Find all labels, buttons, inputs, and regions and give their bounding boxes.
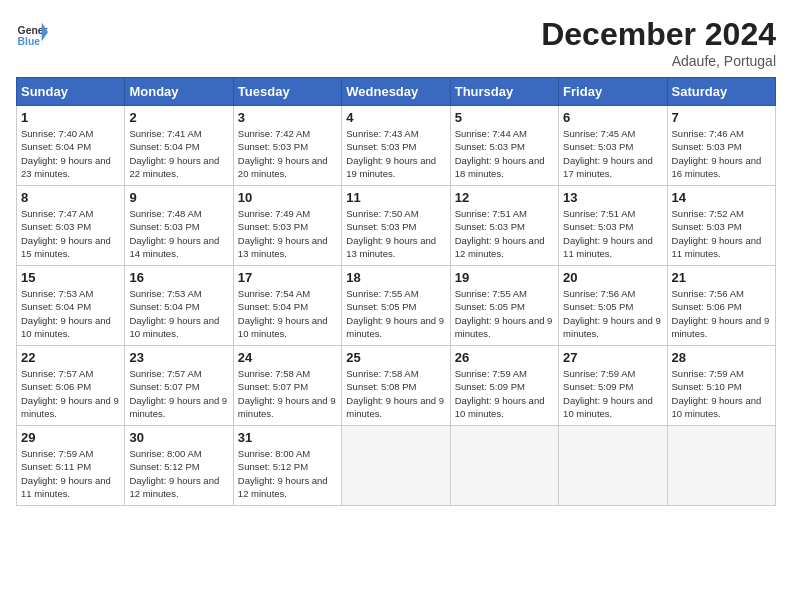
- day-number: 5: [455, 110, 554, 125]
- day-info: Sunrise: 8:00 AM Sunset: 5:12 PM Dayligh…: [238, 447, 337, 500]
- day-info: Sunrise: 7:56 AM Sunset: 5:06 PM Dayligh…: [672, 287, 771, 340]
- day-info: Sunrise: 7:53 AM Sunset: 5:04 PM Dayligh…: [21, 287, 120, 340]
- calendar-cell: [450, 426, 558, 506]
- title-area: December 2024 Adaufe, Portugal: [541, 16, 776, 69]
- day-number: 7: [672, 110, 771, 125]
- calendar-cell: 14 Sunrise: 7:52 AM Sunset: 5:03 PM Dayl…: [667, 186, 775, 266]
- calendar-cell: 29 Sunrise: 7:59 AM Sunset: 5:11 PM Dayl…: [17, 426, 125, 506]
- day-info: Sunrise: 7:54 AM Sunset: 5:04 PM Dayligh…: [238, 287, 337, 340]
- day-number: 1: [21, 110, 120, 125]
- calendar-week-2: 8 Sunrise: 7:47 AM Sunset: 5:03 PM Dayli…: [17, 186, 776, 266]
- page-header: General Blue December 2024 Adaufe, Portu…: [16, 16, 776, 69]
- calendar-cell: 8 Sunrise: 7:47 AM Sunset: 5:03 PM Dayli…: [17, 186, 125, 266]
- calendar-cell: 5 Sunrise: 7:44 AM Sunset: 5:03 PM Dayli…: [450, 106, 558, 186]
- day-number: 21: [672, 270, 771, 285]
- day-number: 29: [21, 430, 120, 445]
- day-info: Sunrise: 7:53 AM Sunset: 5:04 PM Dayligh…: [129, 287, 228, 340]
- weekday-header-saturday: Saturday: [667, 78, 775, 106]
- calendar-cell: 26 Sunrise: 7:59 AM Sunset: 5:09 PM Dayl…: [450, 346, 558, 426]
- calendar-cell: 6 Sunrise: 7:45 AM Sunset: 5:03 PM Dayli…: [559, 106, 667, 186]
- day-info: Sunrise: 8:00 AM Sunset: 5:12 PM Dayligh…: [129, 447, 228, 500]
- calendar-cell: 20 Sunrise: 7:56 AM Sunset: 5:05 PM Dayl…: [559, 266, 667, 346]
- day-info: Sunrise: 7:58 AM Sunset: 5:07 PM Dayligh…: [238, 367, 337, 420]
- day-info: Sunrise: 7:57 AM Sunset: 5:07 PM Dayligh…: [129, 367, 228, 420]
- day-info: Sunrise: 7:59 AM Sunset: 5:09 PM Dayligh…: [455, 367, 554, 420]
- calendar-cell: 16 Sunrise: 7:53 AM Sunset: 5:04 PM Dayl…: [125, 266, 233, 346]
- weekday-header-wednesday: Wednesday: [342, 78, 450, 106]
- day-number: 24: [238, 350, 337, 365]
- day-info: Sunrise: 7:59 AM Sunset: 5:10 PM Dayligh…: [672, 367, 771, 420]
- location: Adaufe, Portugal: [541, 53, 776, 69]
- calendar-week-5: 29 Sunrise: 7:59 AM Sunset: 5:11 PM Dayl…: [17, 426, 776, 506]
- calendar-cell: 12 Sunrise: 7:51 AM Sunset: 5:03 PM Dayl…: [450, 186, 558, 266]
- day-number: 2: [129, 110, 228, 125]
- calendar-cell: 18 Sunrise: 7:55 AM Sunset: 5:05 PM Dayl…: [342, 266, 450, 346]
- calendar-cell: 23 Sunrise: 7:57 AM Sunset: 5:07 PM Dayl…: [125, 346, 233, 426]
- svg-text:Blue: Blue: [18, 36, 41, 47]
- day-info: Sunrise: 7:57 AM Sunset: 5:06 PM Dayligh…: [21, 367, 120, 420]
- calendar-week-1: 1 Sunrise: 7:40 AM Sunset: 5:04 PM Dayli…: [17, 106, 776, 186]
- calendar-week-3: 15 Sunrise: 7:53 AM Sunset: 5:04 PM Dayl…: [17, 266, 776, 346]
- day-info: Sunrise: 7:55 AM Sunset: 5:05 PM Dayligh…: [346, 287, 445, 340]
- calendar-cell: 19 Sunrise: 7:55 AM Sunset: 5:05 PM Dayl…: [450, 266, 558, 346]
- day-number: 8: [21, 190, 120, 205]
- day-number: 23: [129, 350, 228, 365]
- day-number: 10: [238, 190, 337, 205]
- day-info: Sunrise: 7:59 AM Sunset: 5:11 PM Dayligh…: [21, 447, 120, 500]
- day-info: Sunrise: 7:55 AM Sunset: 5:05 PM Dayligh…: [455, 287, 554, 340]
- day-number: 3: [238, 110, 337, 125]
- day-info: Sunrise: 7:45 AM Sunset: 5:03 PM Dayligh…: [563, 127, 662, 180]
- day-number: 13: [563, 190, 662, 205]
- calendar-cell: 24 Sunrise: 7:58 AM Sunset: 5:07 PM Dayl…: [233, 346, 341, 426]
- weekday-header-thursday: Thursday: [450, 78, 558, 106]
- calendar-cell: 10 Sunrise: 7:49 AM Sunset: 5:03 PM Dayl…: [233, 186, 341, 266]
- calendar-cell: 2 Sunrise: 7:41 AM Sunset: 5:04 PM Dayli…: [125, 106, 233, 186]
- day-info: Sunrise: 7:56 AM Sunset: 5:05 PM Dayligh…: [563, 287, 662, 340]
- calendar-cell: [559, 426, 667, 506]
- day-info: Sunrise: 7:40 AM Sunset: 5:04 PM Dayligh…: [21, 127, 120, 180]
- day-info: Sunrise: 7:51 AM Sunset: 5:03 PM Dayligh…: [455, 207, 554, 260]
- calendar-cell: [342, 426, 450, 506]
- day-info: Sunrise: 7:43 AM Sunset: 5:03 PM Dayligh…: [346, 127, 445, 180]
- month-title: December 2024: [541, 16, 776, 53]
- calendar-cell: 3 Sunrise: 7:42 AM Sunset: 5:03 PM Dayli…: [233, 106, 341, 186]
- calendar-cell: 21 Sunrise: 7:56 AM Sunset: 5:06 PM Dayl…: [667, 266, 775, 346]
- calendar-cell: 22 Sunrise: 7:57 AM Sunset: 5:06 PM Dayl…: [17, 346, 125, 426]
- day-number: 6: [563, 110, 662, 125]
- day-number: 31: [238, 430, 337, 445]
- logo-icon: General Blue: [16, 16, 48, 48]
- day-number: 27: [563, 350, 662, 365]
- logo: General Blue: [16, 16, 48, 48]
- calendar-cell: 30 Sunrise: 8:00 AM Sunset: 5:12 PM Dayl…: [125, 426, 233, 506]
- calendar-cell: 9 Sunrise: 7:48 AM Sunset: 5:03 PM Dayli…: [125, 186, 233, 266]
- day-info: Sunrise: 7:49 AM Sunset: 5:03 PM Dayligh…: [238, 207, 337, 260]
- day-number: 20: [563, 270, 662, 285]
- day-info: Sunrise: 7:58 AM Sunset: 5:08 PM Dayligh…: [346, 367, 445, 420]
- day-info: Sunrise: 7:46 AM Sunset: 5:03 PM Dayligh…: [672, 127, 771, 180]
- day-number: 19: [455, 270, 554, 285]
- calendar-cell: 31 Sunrise: 8:00 AM Sunset: 5:12 PM Dayl…: [233, 426, 341, 506]
- day-number: 18: [346, 270, 445, 285]
- calendar-cell: [667, 426, 775, 506]
- day-info: Sunrise: 7:47 AM Sunset: 5:03 PM Dayligh…: [21, 207, 120, 260]
- calendar-cell: 11 Sunrise: 7:50 AM Sunset: 5:03 PM Dayl…: [342, 186, 450, 266]
- day-number: 25: [346, 350, 445, 365]
- day-info: Sunrise: 7:42 AM Sunset: 5:03 PM Dayligh…: [238, 127, 337, 180]
- calendar-cell: 4 Sunrise: 7:43 AM Sunset: 5:03 PM Dayli…: [342, 106, 450, 186]
- day-info: Sunrise: 7:44 AM Sunset: 5:03 PM Dayligh…: [455, 127, 554, 180]
- calendar-cell: 13 Sunrise: 7:51 AM Sunset: 5:03 PM Dayl…: [559, 186, 667, 266]
- day-info: Sunrise: 7:48 AM Sunset: 5:03 PM Dayligh…: [129, 207, 228, 260]
- day-number: 14: [672, 190, 771, 205]
- day-number: 16: [129, 270, 228, 285]
- day-number: 11: [346, 190, 445, 205]
- weekday-header-row: SundayMondayTuesdayWednesdayThursdayFrid…: [17, 78, 776, 106]
- calendar-cell: 7 Sunrise: 7:46 AM Sunset: 5:03 PM Dayli…: [667, 106, 775, 186]
- calendar-cell: 17 Sunrise: 7:54 AM Sunset: 5:04 PM Dayl…: [233, 266, 341, 346]
- day-number: 26: [455, 350, 554, 365]
- calendar-cell: 25 Sunrise: 7:58 AM Sunset: 5:08 PM Dayl…: [342, 346, 450, 426]
- day-number: 28: [672, 350, 771, 365]
- calendar-cell: 15 Sunrise: 7:53 AM Sunset: 5:04 PM Dayl…: [17, 266, 125, 346]
- day-info: Sunrise: 7:41 AM Sunset: 5:04 PM Dayligh…: [129, 127, 228, 180]
- calendar-cell: 1 Sunrise: 7:40 AM Sunset: 5:04 PM Dayli…: [17, 106, 125, 186]
- day-number: 4: [346, 110, 445, 125]
